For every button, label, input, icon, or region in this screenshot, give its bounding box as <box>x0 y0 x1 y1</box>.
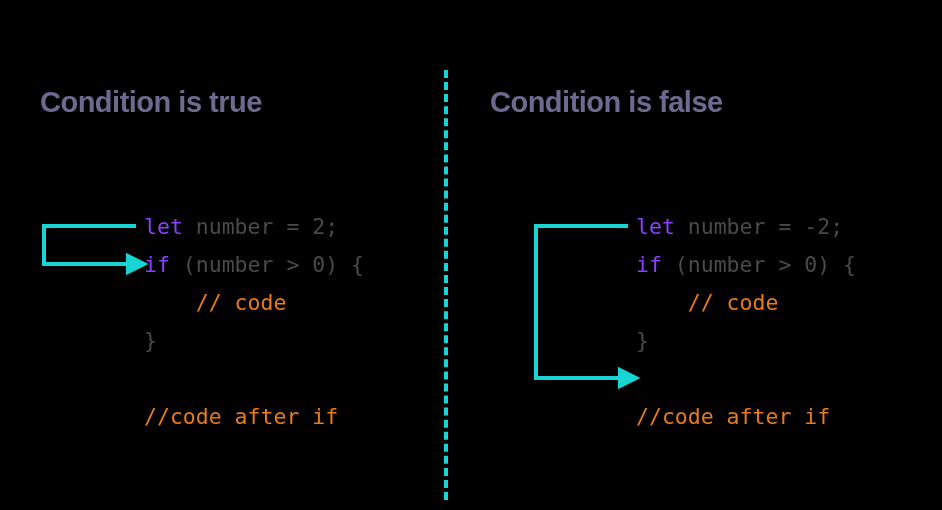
flow-arrow-false <box>0 0 942 510</box>
svg-marker-1 <box>620 370 636 386</box>
